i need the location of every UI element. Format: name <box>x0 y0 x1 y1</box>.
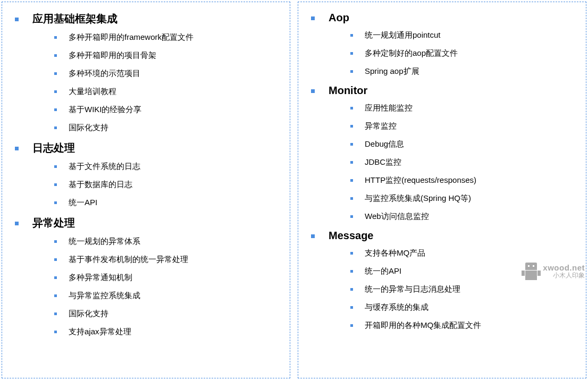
section-title: 日志处理 <box>32 141 75 155</box>
item-text: 统一规划的异常体系 <box>69 237 140 247</box>
square-bullet-small-icon <box>350 288 353 291</box>
square-bullet-small-icon <box>350 252 353 255</box>
list-item: 多种开箱即用的项目骨架 <box>54 50 284 61</box>
item-text: 与监控系统集成(Spring HQ等) <box>365 193 471 204</box>
item-text: 统一的异常与日志消息处理 <box>365 284 460 294</box>
section: Aop统一规划通用pointcut多种定制好的aop配置文件Spring aop… <box>304 12 581 77</box>
list-item: 基于WIKI的经验分享 <box>54 105 284 115</box>
square-bullet-icon <box>15 222 19 225</box>
square-bullet-small-icon <box>350 143 353 146</box>
list-item: Debug信息 <box>350 139 581 149</box>
item-text: 应用性能监控 <box>365 103 413 113</box>
square-bullet-small-icon <box>54 108 57 111</box>
section: Monitor应用性能监控异常监控Debug信息JDBC监控HTTP监控(req… <box>304 85 581 222</box>
list-item: 基于数据库的日志 <box>54 180 284 190</box>
items-list: 应用性能监控异常监控Debug信息JDBC监控HTTP监控(requests/r… <box>304 103 581 222</box>
square-bullet-small-icon <box>54 258 57 261</box>
watermark-caption: 小木人印象 <box>543 272 585 279</box>
section-title: Aop <box>329 12 349 24</box>
right-panel: Aop统一规划通用pointcut多种定制好的aop配置文件Spring aop… <box>298 2 586 378</box>
items-list: 基于文件系统的日志基于数据库的日志统一API <box>7 162 284 208</box>
item-text: 基于文件系统的日志 <box>69 162 140 172</box>
square-bullet-icon <box>311 89 315 93</box>
item-text: 多种开箱即用的framework配置文件 <box>69 32 194 43</box>
watermark: xwood.net 小木人印象 <box>522 263 585 280</box>
section-header: Monitor <box>304 85 581 97</box>
square-bullet-icon <box>15 147 19 150</box>
square-bullet-small-icon <box>54 276 57 279</box>
square-bullet-small-icon <box>54 90 57 93</box>
list-item: 支持ajax异常处理 <box>54 327 284 337</box>
list-item: HTTP监控(requests/responses) <box>350 175 581 185</box>
square-bullet-small-icon <box>54 313 57 315</box>
items-list: 支持各种MQ产品统一的API统一的异常与日志消息处理与缓存系统的集成开箱即用的各… <box>304 248 581 331</box>
item-text: 支持各种MQ产品 <box>365 248 425 258</box>
list-item: 多种环境的示范项目 <box>54 69 284 79</box>
square-bullet-icon <box>311 16 315 20</box>
item-text: 统一规划通用pointcut <box>365 30 441 40</box>
section: 异常处理统一规划的异常体系基于事件发布机制的统一异常处理多种异常通知机制与异常监… <box>7 216 284 337</box>
section: 日志处理基于文件系统的日志基于数据库的日志统一API <box>7 141 284 208</box>
item-text: 与缓存系统的集成 <box>365 302 429 313</box>
square-bullet-small-icon <box>350 270 353 273</box>
square-bullet-small-icon <box>350 34 353 37</box>
square-bullet-small-icon <box>54 54 57 57</box>
square-bullet-small-icon <box>350 215 353 218</box>
list-item: 与异常监控系统集成 <box>54 291 284 301</box>
item-text: 多种定制好的aop配置文件 <box>365 48 458 58</box>
square-bullet-small-icon <box>350 125 353 128</box>
item-text: 国际化支持 <box>69 309 108 319</box>
square-bullet-small-icon <box>54 294 57 297</box>
item-text: 基于事件发布机制的统一异常处理 <box>69 255 188 265</box>
item-text: 基于数据库的日志 <box>69 180 132 190</box>
list-item: 与监控系统集成(Spring HQ等) <box>350 193 581 204</box>
square-bullet-small-icon <box>350 107 353 109</box>
item-text: 支持ajax异常处理 <box>69 327 131 337</box>
section-title: 异常处理 <box>32 216 75 230</box>
item-text: Debug信息 <box>365 139 404 149</box>
square-bullet-icon <box>15 18 19 21</box>
items-list: 统一规划的异常体系基于事件发布机制的统一异常处理多种异常通知机制与异常监控系统集… <box>7 237 284 337</box>
section-header: 异常处理 <box>7 216 284 230</box>
section-title: Monitor <box>329 85 367 97</box>
item-text: 开箱即用的各种MQ集成配置文件 <box>365 320 481 331</box>
list-item: 基于事件发布机制的统一异常处理 <box>54 255 284 265</box>
robot-icon <box>522 263 541 280</box>
item-text: Spring aop扩展 <box>365 66 419 77</box>
square-bullet-small-icon <box>54 126 57 129</box>
section-title: 应用基础框架集成 <box>32 12 117 26</box>
square-bullet-small-icon <box>350 70 353 73</box>
square-bullet-small-icon <box>54 72 57 75</box>
square-bullet-small-icon <box>350 52 353 55</box>
items-list: 统一规划通用pointcut多种定制好的aop配置文件Spring aop扩展 <box>304 30 581 77</box>
list-item: 统一规划通用pointcut <box>350 30 581 40</box>
square-bullet-small-icon <box>350 161 353 164</box>
section-header: Aop <box>304 12 581 24</box>
square-bullet-small-icon <box>350 179 353 182</box>
item-text: 大量培训教程 <box>69 87 116 97</box>
list-item: Web访问信息监控 <box>350 212 581 222</box>
list-item: 开箱即用的各种MQ集成配置文件 <box>350 320 581 331</box>
item-text: JDBC监控 <box>365 157 401 167</box>
square-bullet-small-icon <box>54 240 57 243</box>
section-header: Message <box>304 230 581 242</box>
item-text: HTTP监控(requests/responses) <box>365 175 476 185</box>
section-title: Message <box>329 230 374 242</box>
square-bullet-small-icon <box>350 324 353 327</box>
left-panel: 应用基础框架集成多种开箱即用的framework配置文件多种开箱即用的项目骨架多… <box>2 2 290 378</box>
list-item: 统一规划的异常体系 <box>54 237 284 247</box>
square-bullet-small-icon <box>350 197 353 200</box>
section-header: 日志处理 <box>7 141 284 155</box>
list-item: 国际化支持 <box>54 309 284 319</box>
list-item: 基于文件系统的日志 <box>54 162 284 172</box>
list-item: 多种异常通知机制 <box>54 273 284 283</box>
square-bullet-small-icon <box>54 183 57 186</box>
section: 应用基础框架集成多种开箱即用的framework配置文件多种开箱即用的项目骨架多… <box>7 12 284 133</box>
item-text: 国际化支持 <box>69 123 108 133</box>
list-item: 国际化支持 <box>54 123 284 133</box>
list-item: 异常监控 <box>350 121 581 131</box>
list-item: 多种定制好的aop配置文件 <box>350 48 581 58</box>
list-item: 支持各种MQ产品 <box>350 248 581 258</box>
square-bullet-small-icon <box>54 36 57 39</box>
item-text: 多种异常通知机制 <box>69 273 132 283</box>
